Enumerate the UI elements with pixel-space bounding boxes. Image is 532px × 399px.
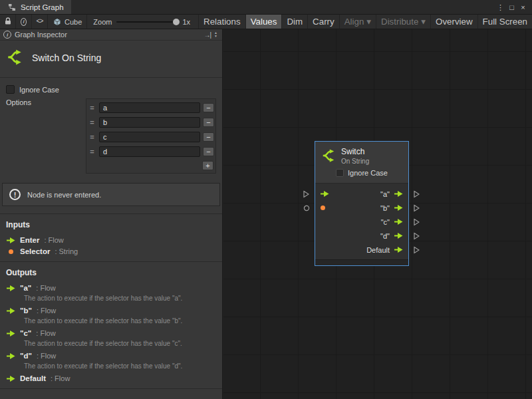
option-row: = − xyxy=(88,115,214,130)
scroll-spinner[interactable]: ▲ ▼ xyxy=(214,31,219,38)
script-graph-icon xyxy=(7,3,17,11)
remove-option-button[interactable]: − xyxy=(203,103,214,112)
distribute-dropdown[interactable]: Distribute ▾ xyxy=(376,15,430,29)
maximize-icon[interactable]: □ xyxy=(506,0,517,15)
node-ignore-case-checkbox[interactable] xyxy=(336,169,344,177)
inspector-toggle-button[interactable]: i xyxy=(16,15,32,29)
values-button[interactable]: Values xyxy=(245,15,282,29)
graph-object-button[interactable]: Cube xyxy=(48,15,87,29)
lock-icon xyxy=(5,17,11,27)
align-label: Align xyxy=(344,17,364,27)
port-row-d: "d" xyxy=(315,229,408,243)
drag-handle-icon[interactable]: = xyxy=(88,133,96,141)
enter-port-connector[interactable] xyxy=(303,190,309,198)
drag-handle-icon[interactable]: = xyxy=(88,104,96,112)
output-type: : Flow xyxy=(37,352,56,360)
overview-button[interactable]: Overview xyxy=(430,15,477,29)
graph-canvas[interactable]: Switch On String Ignore Case "a" xyxy=(223,29,532,399)
value-dot-icon xyxy=(6,249,15,254)
output-port-connector[interactable] xyxy=(414,190,420,198)
dim-button[interactable]: Dim xyxy=(281,15,307,29)
node-header: Switch On String xyxy=(315,142,408,167)
warning-box: ! Node is never entered. xyxy=(2,183,220,206)
flow-arrow-icon xyxy=(6,331,15,336)
flow-arrow-icon[interactable] xyxy=(394,247,403,253)
ignore-case-label: Ignore Case xyxy=(19,86,59,94)
drag-handle-icon[interactable]: = xyxy=(88,118,96,126)
warning-text: Node is never entered. xyxy=(27,191,101,199)
option-field[interactable] xyxy=(99,146,200,157)
option-field[interactable] xyxy=(99,102,200,113)
info-icon: i xyxy=(3,31,11,39)
flow-arrow-icon xyxy=(6,308,15,314)
port-row-c: "c" xyxy=(315,215,408,229)
option-field[interactable] xyxy=(99,132,200,142)
output-type: : Flow xyxy=(36,329,55,337)
output-description: The action to execute if the selector ha… xyxy=(24,362,216,370)
flow-arrow-icon[interactable] xyxy=(394,219,403,225)
remove-option-button[interactable]: − xyxy=(203,147,214,156)
flow-arrow-icon xyxy=(6,285,15,291)
zoom-control: Zoom 1x xyxy=(87,15,196,29)
output-type: : Flow xyxy=(51,374,70,382)
tab-script-graph[interactable]: Script Graph xyxy=(0,0,71,14)
input-name: Selector xyxy=(20,247,50,255)
output-row: "d" : Flow xyxy=(6,352,216,360)
inputs-header: Inputs xyxy=(6,220,216,229)
chevron-down-icon: ▾ xyxy=(366,17,371,27)
output-description: The action to execute if the selector ha… xyxy=(24,340,216,348)
options-label: Options xyxy=(6,98,31,106)
input-row-enter: Enter : Flow xyxy=(6,236,216,244)
edit-script-button[interactable]: <> xyxy=(32,15,48,29)
option-field[interactable] xyxy=(99,117,200,128)
fullscreen-button[interactable]: Full Screen xyxy=(477,15,532,29)
remove-option-button[interactable]: − xyxy=(203,118,214,127)
enter-flow-icon[interactable] xyxy=(321,191,329,197)
output-port-connector[interactable] xyxy=(414,204,420,211)
drag-handle-icon[interactable]: = xyxy=(88,148,96,156)
cube-icon xyxy=(53,18,62,26)
lock-button[interactable] xyxy=(0,15,16,29)
carry-button[interactable]: Carry xyxy=(307,15,339,29)
zoom-label: Zoom xyxy=(93,18,112,26)
output-port-connector[interactable] xyxy=(414,218,420,225)
outputs-section: Outputs "a" : Flow The action to execute… xyxy=(0,261,222,388)
output-name: Default xyxy=(20,374,46,382)
add-option-button[interactable]: + xyxy=(202,161,213,170)
selector-port-connector[interactable] xyxy=(303,205,310,211)
toolbar-right-group: Relations Values Dim Carry Align ▾ Distr… xyxy=(198,15,532,29)
spin-down-icon[interactable]: ▼ xyxy=(214,35,217,38)
flow-arrow-icon[interactable] xyxy=(394,205,403,211)
switch-on-string-node[interactable]: Switch On String Ignore Case "a" xyxy=(315,141,409,266)
zoom-slider[interactable] xyxy=(116,21,178,23)
node-ignore-case-row: Ignore Case xyxy=(315,167,408,184)
flow-arrow-icon[interactable] xyxy=(394,233,403,239)
align-dropdown[interactable]: Align ▾ xyxy=(339,15,376,29)
remove-option-button[interactable]: − xyxy=(203,132,214,142)
port-row-default: Default xyxy=(315,243,408,257)
input-type: : Flow xyxy=(44,236,63,244)
selector-value-icon[interactable] xyxy=(321,205,325,210)
flow-arrow-icon[interactable] xyxy=(394,191,403,197)
input-name: Enter xyxy=(20,236,39,244)
flow-arrow-icon xyxy=(6,376,15,382)
warning-icon: ! xyxy=(9,189,21,200)
output-port-connector[interactable] xyxy=(414,246,420,253)
zoom-value: 1x xyxy=(182,18,190,26)
output-port-connector[interactable] xyxy=(414,232,420,239)
output-name: "c" xyxy=(20,329,31,337)
close-icon[interactable]: × xyxy=(517,0,529,15)
port-label: "c" xyxy=(381,218,390,226)
dock-icon[interactable]: →| xyxy=(203,31,211,39)
input-row-selector: Selector : String xyxy=(6,247,216,255)
zoom-slider-knob[interactable] xyxy=(173,19,180,25)
output-name: "a" xyxy=(20,284,31,292)
port-label: Default xyxy=(366,246,390,254)
options-footer: + xyxy=(88,159,214,172)
port-row-b: "b" xyxy=(315,201,408,215)
port-label: "a" xyxy=(380,190,390,198)
window-menu-icon[interactable]: ⋮ xyxy=(495,0,506,15)
ignore-case-checkbox[interactable] xyxy=(6,85,15,94)
relations-button[interactable]: Relations xyxy=(198,15,245,29)
node-footer xyxy=(315,259,408,265)
